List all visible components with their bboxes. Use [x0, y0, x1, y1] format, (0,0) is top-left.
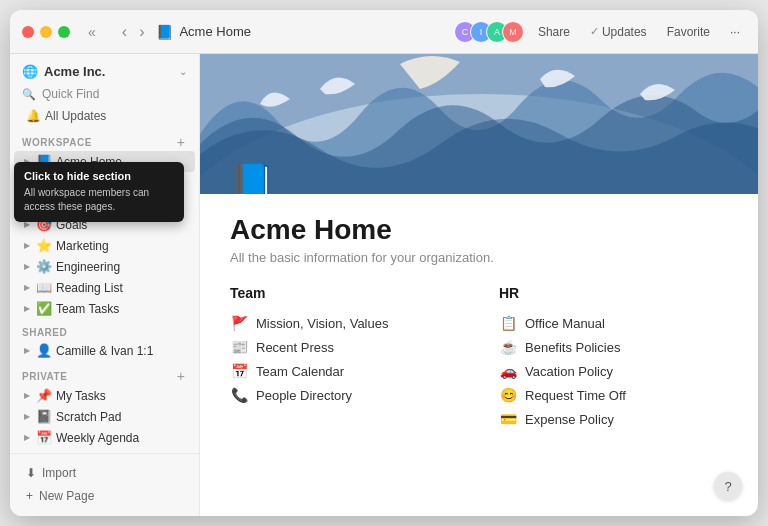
main-layout: 🌐 Acme Inc. ⌄ 🔍 Quick Find 🔔 All Updates…	[10, 54, 758, 516]
item-label: Recent Press	[256, 340, 334, 355]
item-label: Team Tasks	[56, 302, 187, 316]
updates-button[interactable]: ✓ Updates	[584, 22, 653, 42]
tooltip: Click to hide section All workspace memb…	[14, 162, 184, 222]
item-icon: 😊	[499, 387, 517, 403]
search-label: Quick Find	[42, 87, 99, 101]
page-title-bar: 📘 Acme Home	[156, 24, 251, 40]
team-item-team-calendar[interactable]: 📅 Team Calendar	[230, 359, 459, 383]
tooltip-title: Click to hide section	[24, 170, 174, 182]
expand-icon: ▶	[22, 433, 32, 443]
titlebar-actions: C I A M Share ✓ Updates Favorite ···	[454, 21, 746, 43]
collapse-sidebar-button[interactable]: «	[82, 22, 102, 42]
page-title: Acme Home	[230, 214, 728, 246]
item-label: People Directory	[256, 388, 352, 403]
item-label: Marketing	[56, 239, 187, 253]
private-item-weekly-agenda[interactable]: ▶ 📅 Weekly Agenda	[14, 427, 195, 448]
item-label: Request Time Off	[525, 388, 626, 403]
hr-items: 📋 Office Manual ☕ Benefits Policies 🚗 Va…	[499, 311, 728, 431]
item-icon: 📰	[230, 339, 248, 355]
item-icon: 💳	[499, 411, 517, 427]
sidebar-item-team-tasks[interactable]: ▶ ✅ Team Tasks	[14, 298, 195, 319]
item-icon: 📖	[36, 280, 52, 295]
expand-icon: ▶	[22, 346, 32, 356]
add-workspace-page-button[interactable]: +	[175, 135, 187, 149]
forward-button[interactable]: ›	[135, 21, 148, 43]
team-column: Team 🚩 Mission, Vision, Values 📰 Recent …	[230, 285, 459, 431]
item-icon: 📌	[36, 388, 52, 403]
shared-section-label: SHARED	[10, 319, 199, 340]
page-book-icon: 📘	[230, 162, 275, 194]
add-private-page-button[interactable]: +	[175, 369, 187, 383]
private-item-scratch-pad[interactable]: ▶ 📓 Scratch Pad	[14, 406, 195, 427]
search-icon: 🔍	[22, 88, 36, 101]
page-subtitle: All the basic information for your organ…	[230, 250, 728, 265]
help-button[interactable]: ?	[714, 472, 742, 500]
all-updates-icon: 🔔	[26, 109, 41, 123]
all-updates-item[interactable]: 🔔 All Updates	[14, 105, 195, 127]
item-icon: 📋	[499, 315, 517, 331]
hr-column: HR 📋 Office Manual ☕ Benefits Policies 🚗…	[499, 285, 728, 431]
item-icon: ✅	[36, 301, 52, 316]
more-button[interactable]: ···	[724, 22, 746, 42]
item-label: Vacation Policy	[525, 364, 613, 379]
private-section-label: PRIVATE +	[10, 361, 199, 385]
team-item-recent-press[interactable]: 📰 Recent Press	[230, 335, 459, 359]
team-item-mission,-vision,-values[interactable]: 🚩 Mission, Vision, Values	[230, 311, 459, 335]
item-icon: ☕	[499, 339, 517, 355]
workspace-section-label: WORKSPACE +	[10, 127, 199, 151]
expand-icon: ▶	[22, 241, 32, 251]
expand-icon: ▶	[22, 412, 32, 422]
back-button[interactable]: ‹	[118, 21, 131, 43]
item-icon: ⭐	[36, 238, 52, 253]
team-items: 🚩 Mission, Vision, Values 📰 Recent Press…	[230, 311, 459, 407]
hr-header: HR	[499, 285, 728, 301]
expand-icon: ▶	[22, 304, 32, 314]
shared-item-camille-&-ivan-1:1[interactable]: ▶ 👤 Camille & Ivan 1:1	[14, 340, 195, 361]
private-item-my-tasks[interactable]: ▶ 📌 My Tasks	[14, 385, 195, 406]
item-label: Weekly Agenda	[56, 431, 187, 445]
hr-item-office-manual[interactable]: 📋 Office Manual	[499, 311, 728, 335]
shared-nav: ▶ 👤 Camille & Ivan 1:1	[10, 340, 199, 361]
checkmark-icon: ✓	[590, 25, 599, 38]
hr-item-request-time-off[interactable]: 😊 Request Time Off	[499, 383, 728, 407]
nav-buttons: ‹ ›	[118, 21, 149, 43]
item-icon: ⚙️	[36, 259, 52, 274]
app-window: « ‹ › 📘 Acme Home C I A M Share ✓ Update…	[10, 10, 758, 516]
item-label: Benefits Policies	[525, 340, 620, 355]
sidebar-header: 🌐 Acme Inc. ⌄	[10, 54, 199, 83]
item-icon: 🚩	[230, 315, 248, 331]
import-button[interactable]: ⬇ Import	[22, 462, 187, 484]
import-icon: ⬇	[26, 466, 36, 480]
favorite-button[interactable]: Favorite	[661, 22, 716, 42]
sidebar-item-marketing[interactable]: ▶ ⭐ Marketing	[14, 235, 195, 256]
share-button[interactable]: Share	[532, 22, 576, 42]
all-updates-label: All Updates	[45, 109, 106, 123]
minimize-button[interactable]	[40, 26, 52, 38]
quick-find[interactable]: 🔍 Quick Find	[10, 83, 199, 105]
item-label: Reading List	[56, 281, 187, 295]
content-body: Acme Home All the basic information for …	[200, 194, 758, 461]
team-item-people-directory[interactable]: 📞 People Directory	[230, 383, 459, 407]
sidebar: 🌐 Acme Inc. ⌄ 🔍 Quick Find 🔔 All Updates…	[10, 54, 200, 516]
titlebar: « ‹ › 📘 Acme Home C I A M Share ✓ Update…	[10, 10, 758, 54]
maximize-button[interactable]	[58, 26, 70, 38]
new-page-button[interactable]: + New Page	[22, 484, 187, 508]
expand-icon: ▶	[22, 283, 32, 293]
item-label: Office Manual	[525, 316, 605, 331]
item-label: Scratch Pad	[56, 410, 187, 424]
item-icon: 👤	[36, 343, 52, 358]
sidebar-item-engineering[interactable]: ▶ ⚙️ Engineering	[14, 256, 195, 277]
close-button[interactable]	[22, 26, 34, 38]
content-columns: Team 🚩 Mission, Vision, Values 📰 Recent …	[230, 285, 728, 431]
item-icon: 📅	[230, 363, 248, 379]
item-label: Expense Policy	[525, 412, 614, 427]
team-header: Team	[230, 285, 459, 301]
sidebar-item-reading-list[interactable]: ▶ 📖 Reading List	[14, 277, 195, 298]
hero-image: 📘	[200, 54, 758, 194]
sidebar-footer: ⬇ Import + New Page	[10, 453, 199, 516]
hr-item-benefits-policies[interactable]: ☕ Benefits Policies	[499, 335, 728, 359]
item-icon: 🚗	[499, 363, 517, 379]
hr-item-expense-policy[interactable]: 💳 Expense Policy	[499, 407, 728, 431]
hr-item-vacation-policy[interactable]: 🚗 Vacation Policy	[499, 359, 728, 383]
tooltip-body: All workspace members can access these p…	[24, 186, 174, 214]
